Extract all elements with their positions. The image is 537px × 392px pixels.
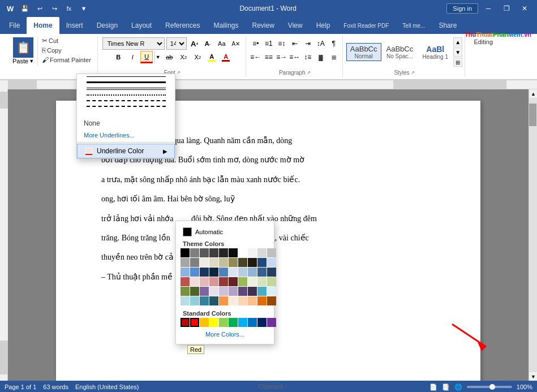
standard-color-swatch[interactable] <box>229 318 238 327</box>
theme-color-swatch[interactable] <box>267 268 276 277</box>
theme-color-swatch[interactable] <box>200 268 209 277</box>
clipboard-expand-icon[interactable]: ↗ <box>283 384 287 389</box>
numbering-button[interactable]: ≡1 <box>263 37 275 50</box>
strikethrough-button[interactable]: ab <box>163 51 175 63</box>
styles-scroll-down[interactable]: ▼ <box>453 48 462 57</box>
superscript-button[interactable]: X2 <box>191 51 204 63</box>
theme-color-swatch[interactable] <box>209 248 218 257</box>
theme-color-swatch[interactable] <box>248 277 257 286</box>
none-underline-option[interactable]: None <box>77 117 175 130</box>
align-left-button[interactable]: ≡← <box>250 51 262 63</box>
line-spacing-button[interactable]: ↕≡ <box>302 51 314 63</box>
theme-color-swatch[interactable] <box>190 296 199 305</box>
standard-color-swatch[interactable] <box>238 318 247 327</box>
standard-color-swatch[interactable] <box>267 318 276 327</box>
zoom-thumb[interactable] <box>489 384 495 390</box>
theme-color-swatch[interactable] <box>238 258 247 267</box>
close-button[interactable]: ✕ <box>517 3 532 14</box>
theme-color-swatch[interactable] <box>209 296 218 305</box>
theme-color-swatch[interactable] <box>248 258 257 267</box>
format-painter-button[interactable]: 🖌Format Painter <box>40 55 93 64</box>
borders-button[interactable]: ⊞ <box>328 51 340 63</box>
theme-color-swatch[interactable] <box>238 248 247 257</box>
standard-color-swatch[interactable] <box>181 318 190 327</box>
dash-dot-underline-option[interactable] <box>77 104 175 109</box>
standard-color-swatch[interactable] <box>219 318 228 327</box>
paste-button[interactable]: 📋 Paste ▼ <box>9 36 38 66</box>
tab-mailings[interactable]: Mailings <box>207 17 245 34</box>
theme-color-swatch[interactable] <box>190 258 199 267</box>
theme-color-swatch[interactable] <box>238 287 247 296</box>
bullets-button[interactable]: ≡• <box>250 37 262 50</box>
dotted-underline-option[interactable] <box>77 92 175 98</box>
tab-view[interactable]: View <box>281 17 310 34</box>
theme-color-swatch[interactable] <box>257 296 267 305</box>
theme-color-swatch[interactable] <box>200 277 209 286</box>
style-heading1[interactable]: AaBl Heading 1 <box>418 43 452 62</box>
copy-button[interactable]: ⎘Copy <box>40 46 93 55</box>
cut-button[interactable]: ✂Cut <box>40 36 93 45</box>
theme-color-swatch[interactable] <box>238 268 247 277</box>
theme-color-swatch[interactable] <box>267 296 276 305</box>
theme-color-swatch[interactable] <box>181 268 190 277</box>
text-highlight-button[interactable]: A <box>205 51 218 63</box>
theme-color-swatch[interactable] <box>181 258 190 267</box>
tab-design[interactable]: Design <box>90 17 124 34</box>
theme-color-swatch[interactable] <box>190 277 199 286</box>
theme-color-swatch[interactable] <box>248 296 257 305</box>
theme-color-swatch[interactable] <box>267 277 276 286</box>
theme-color-swatch[interactable] <box>257 258 267 267</box>
tab-home[interactable]: Home <box>27 17 59 34</box>
styles-expand-button[interactable]: ⊞ <box>453 58 462 67</box>
font-size-select[interactable]: 14 <box>166 37 187 50</box>
theme-color-swatch[interactable] <box>267 287 276 296</box>
vertical-scrollbar[interactable]: ▲ ▼ <box>529 89 537 381</box>
theme-color-swatch[interactable] <box>229 248 238 257</box>
theme-color-swatch[interactable] <box>267 248 276 257</box>
style-no-spacing[interactable]: AaBbCc No Spac... <box>383 43 418 61</box>
theme-color-swatch[interactable] <box>229 268 238 277</box>
theme-color-swatch[interactable] <box>219 268 228 277</box>
theme-color-swatch[interactable] <box>238 296 247 305</box>
theme-color-swatch[interactable] <box>209 277 218 286</box>
underline-button[interactable]: U <box>140 51 153 63</box>
change-case-button[interactable]: Aa <box>216 37 228 50</box>
underline-color-option[interactable]: Underline Color ▶ <box>77 144 175 158</box>
minimize-button[interactable]: ─ <box>480 3 496 14</box>
formula-bar-icon[interactable]: fx <box>63 3 75 14</box>
increase-font-button[interactable]: A+ <box>188 37 201 50</box>
redo-button[interactable]: ↪ <box>49 3 60 14</box>
theme-color-swatch[interactable] <box>229 277 238 286</box>
standard-color-swatch[interactable] <box>209 318 218 327</box>
theme-color-swatch[interactable] <box>248 287 257 296</box>
justify-button[interactable]: ≡↔ <box>289 51 301 63</box>
theme-color-swatch[interactable] <box>209 287 218 296</box>
tab-share[interactable]: Share <box>432 17 463 34</box>
theme-color-swatch[interactable] <box>200 296 209 305</box>
styles-expand-icon[interactable]: ↗ <box>411 70 415 75</box>
wave-underline-option[interactable] <box>77 109 175 117</box>
theme-color-swatch[interactable] <box>238 277 247 286</box>
multilevel-button[interactable]: ≡↕ <box>276 37 288 50</box>
theme-color-swatch[interactable] <box>257 287 267 296</box>
double-underline-option[interactable] <box>77 85 175 92</box>
shading-button[interactable]: ▓ <box>315 51 327 63</box>
show-formatting-button[interactable]: ¶ <box>328 37 340 50</box>
theme-color-swatch[interactable] <box>181 248 190 257</box>
save-qat-button[interactable]: 💾 <box>19 3 31 14</box>
scroll-thumb[interactable] <box>529 104 536 126</box>
theme-color-swatch[interactable] <box>190 268 199 277</box>
theme-color-swatch[interactable] <box>209 258 218 267</box>
align-center-button[interactable]: ≡≡ <box>263 51 275 63</box>
theme-color-swatch[interactable] <box>190 287 199 296</box>
tab-insert[interactable]: Insert <box>59 17 90 34</box>
tab-file[interactable]: File <box>2 17 27 34</box>
theme-color-swatch[interactable] <box>209 268 218 277</box>
font-expand-icon[interactable]: ↗ <box>177 70 181 75</box>
tab-review[interactable]: Review <box>245 17 281 34</box>
theme-color-swatch[interactable] <box>219 277 228 286</box>
bold-button[interactable]: B <box>112 51 124 63</box>
theme-color-swatch[interactable] <box>200 287 209 296</box>
italic-button[interactable]: I <box>126 51 139 63</box>
tab-layout[interactable]: Layout <box>124 17 158 34</box>
